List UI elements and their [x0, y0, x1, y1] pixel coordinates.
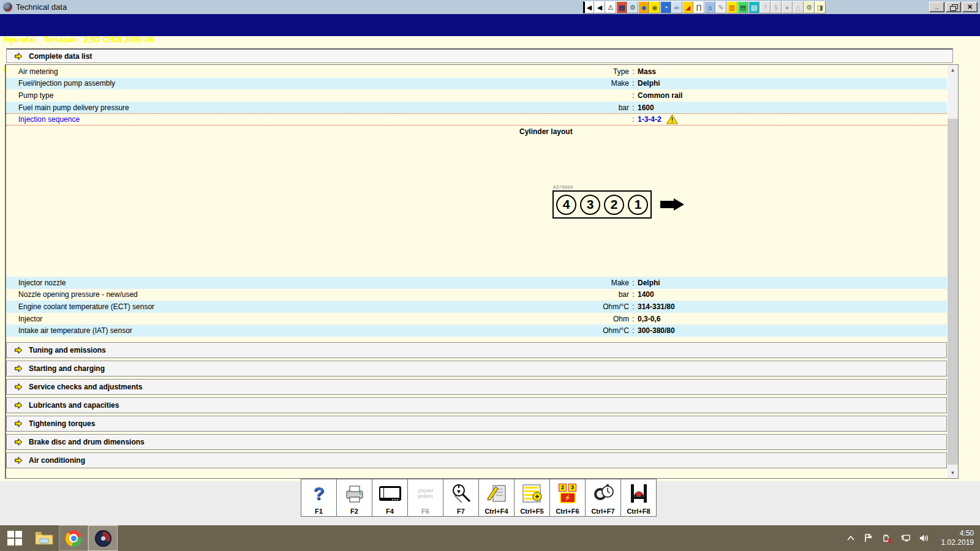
- app-icon: [3, 2, 12, 12]
- mouse-icon[interactable]: ◉: [649, 1, 660, 13]
- minimize-button[interactable]: _: [929, 2, 944, 12]
- close-button[interactable]: ✕: [962, 2, 978, 12]
- abbreviations-icon: (Dt)def ghijklm: [418, 488, 433, 499]
- warning-icon[interactable]: ⚠: [605, 1, 616, 13]
- lift-icon: [628, 483, 650, 504]
- scroll-up-icon[interactable]: ▲: [948, 65, 958, 75]
- brush-icon[interactable]: ✎: [715, 1, 726, 13]
- manuals-icon[interactable]: ▧: [748, 1, 760, 13]
- power-status-button[interactable]: [883, 533, 892, 543]
- cylinder-3: 3: [580, 195, 600, 215]
- section-air-conditioning[interactable]: Air conditioning: [6, 452, 947, 468]
- vehicle-title: Hyundai Terracan 2,9D CRDi 2001-08: [4, 35, 980, 45]
- notes-button[interactable]: Ctrl+F4: [478, 479, 514, 517]
- data-list-icon: [521, 483, 544, 504]
- engine-icon[interactable]: ⚙: [804, 1, 815, 13]
- speaker-icon: [919, 534, 929, 542]
- direction-arrow-icon: [660, 198, 684, 211]
- inspect-icon: [450, 483, 473, 504]
- file-explorer-button[interactable]: [29, 525, 59, 551]
- network-icon: [901, 534, 911, 542]
- data-panel: Air metering Type : Mass Fuel/injection …: [5, 64, 959, 479]
- firing-order-button[interactable]: 2 3 ⚡ Ctrl+F6: [549, 479, 586, 517]
- table-row[interactable]: Injector Ohm : 0,3-0,6: [6, 313, 947, 325]
- taskbar-clock[interactable]: 4:50 1.02.2019: [938, 529, 974, 547]
- chevron-up-icon: [847, 536, 854, 541]
- table-row[interactable]: Engine coolant temperature (ECT) sensor …: [6, 301, 947, 313]
- taskbar: 4:50 1.02.2019: [0, 525, 980, 551]
- file-explorer-icon: [35, 531, 53, 545]
- workshop-icon[interactable]: ⌂: [704, 1, 715, 13]
- flag-icon: [864, 534, 873, 542]
- top-toolbar: ◀ ◀ ⚠ ▤ ⚙ ◆ ◉ ◔ ∞ ◢ ∏ ⌂ ✎ ▥ ▤ ▧ ? § ● △ …: [583, 1, 826, 13]
- table-row-selected[interactable]: Injection sequence : 1-3-4-2 !: [6, 113, 947, 126]
- section-arrow-icon: [14, 383, 23, 391]
- table-row[interactable]: Fuel main pump delivery pressure bar : 1…: [6, 102, 947, 114]
- printer-icon[interactable]: ▤: [737, 1, 748, 13]
- service-times-button[interactable]: Ctrl+F7: [585, 479, 621, 517]
- screen-button[interactable]: F4: [372, 479, 408, 517]
- show-hidden-icons-button[interactable]: [846, 533, 856, 543]
- inspect-button[interactable]: F7: [443, 479, 479, 517]
- section-tightening-torques[interactable]: Tightening torques: [6, 416, 947, 432]
- warning-triangle-icon[interactable]: !: [666, 114, 678, 124]
- section-complete-data-list[interactable]: Complete data list: [6, 48, 953, 63]
- ramp-icon[interactable]: ◢: [682, 1, 693, 13]
- back-icon[interactable]: ◀: [594, 1, 605, 13]
- section-arrow-icon: [14, 419, 23, 428]
- section-tuning-and-emissions[interactable]: Tuning and emissions: [6, 342, 947, 358]
- lift-icon[interactable]: ∏: [693, 1, 704, 13]
- section-brake-disc-and-drum-dimensions[interactable]: Brake disc and drum dimensions: [6, 434, 947, 450]
- section-arrow-icon: [14, 346, 23, 354]
- windows-logo-icon: [7, 531, 22, 545]
- data-rows-top: Air metering Type : Mass Fuel/injection …: [6, 66, 947, 126]
- chrome-taskbar-button[interactable]: [59, 525, 88, 551]
- action-center-button[interactable]: [864, 533, 874, 543]
- scrollbar-thumb[interactable]: [948, 119, 958, 465]
- print-button[interactable]: F2: [336, 479, 372, 517]
- battery-icon[interactable]: ▥: [726, 1, 737, 13]
- service-times-icon: [592, 483, 615, 504]
- app-taskbar-button[interactable]: [88, 525, 118, 551]
- volume-button[interactable]: [919, 533, 929, 543]
- table-row[interactable]: Fuel/injection pump assembly Make : Delp…: [6, 78, 947, 90]
- scroll-down-icon[interactable]: ▼: [948, 468, 958, 478]
- monitor-icon[interactable]: ▤: [616, 1, 627, 13]
- diagnostics-icon[interactable]: ◆: [638, 1, 649, 13]
- section-service-checks-and-adjustments[interactable]: Service checks and adjustments: [6, 379, 947, 395]
- section-lubricants-and-capacities[interactable]: Lubricants and capacities: [6, 397, 947, 413]
- firing-order-icon: 2 3 ⚡: [559, 484, 576, 503]
- gauge-icon[interactable]: ◔: [660, 1, 671, 13]
- data-list-button[interactable]: Ctrl+F5: [514, 479, 550, 517]
- clock-date: 1.02.2019: [941, 538, 974, 547]
- vehicle-header: Hyundai Terracan 2,9D CRDi 2001-08 Engin…: [0, 14, 980, 36]
- table-row[interactable]: Pump type : Common rail: [6, 89, 947, 102]
- restore-button[interactable]: [946, 2, 961, 12]
- section-starting-and-charging[interactable]: Starting and charging: [6, 361, 947, 377]
- vertical-scrollbar[interactable]: ▲ ▼: [948, 65, 958, 478]
- table-row[interactable]: Intake air temperature (IAT) sensor Ohm/…: [6, 324, 947, 337]
- switch-icon[interactable]: ◨: [815, 1, 826, 13]
- first-page-icon[interactable]: ◀: [583, 1, 594, 13]
- hazard-disabled-icon: △: [793, 1, 804, 13]
- section-arrow-icon: [14, 438, 23, 446]
- keys-icon[interactable]: ∞: [671, 1, 682, 13]
- start-button[interactable]: [0, 525, 29, 551]
- cylinder-box: 4 3 2 1: [552, 190, 652, 219]
- table-row[interactable]: Nozzle opening pressure - new/used bar :…: [6, 289, 947, 301]
- function-key-toolbar: ? F1 F2 F4 (Dt)def ghijklm F6 F7 Ctrl+F4…: [301, 479, 657, 517]
- data-rows-bottom: Injector nozzle Make : Delphi Nozzle ope…: [6, 277, 947, 337]
- cylinder-layout-diagram: Cylinder layout AD76669 4 3 2 1: [6, 126, 947, 277]
- parts-disabled-icon: §: [771, 1, 782, 13]
- abbreviations-button: (Dt)def ghijklm F6: [407, 479, 443, 517]
- network-status-button[interactable]: [901, 533, 911, 543]
- user-disabled-icon: ●: [782, 1, 793, 13]
- diagram-code: AD76669: [553, 185, 573, 189]
- table-row[interactable]: Injector nozzle Make : Delphi: [6, 277, 947, 289]
- titlebar: Technical data ◀ ◀ ⚠ ▤ ⚙ ◆ ◉ ◔ ∞ ◢ ∏ ⌂ ✎…: [0, 0, 980, 14]
- help-button[interactable]: ? F1: [301, 479, 337, 517]
- table-row[interactable]: Air metering Type : Mass: [6, 66, 947, 78]
- lift-button[interactable]: Ctrl+F8: [620, 479, 657, 517]
- app-window: Technical data ◀ ◀ ⚠ ▤ ⚙ ◆ ◉ ◔ ∞ ◢ ∏ ⌂ ✎…: [0, 0, 980, 551]
- tools-icon[interactable]: ⚙: [627, 1, 638, 13]
